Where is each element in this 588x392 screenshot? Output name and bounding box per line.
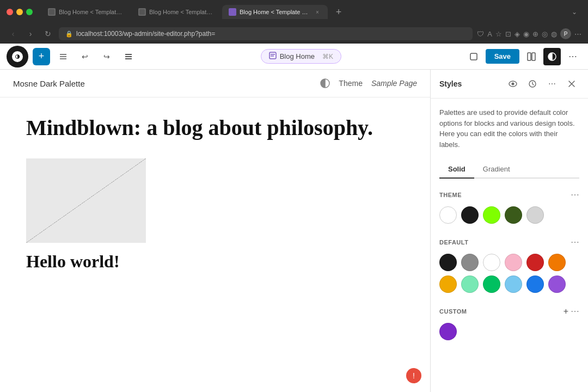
tools-button[interactable] bbox=[54, 48, 72, 65]
extension-icon-1: ⊡ bbox=[505, 30, 511, 38]
svg-rect-7 bbox=[271, 54, 275, 55]
address-input-field[interactable]: 🔒 localhost:10003/wp-admin/site-editor.p… bbox=[59, 27, 473, 40]
panel-description: Palettes are used to provide default col… bbox=[439, 107, 579, 150]
styles-panel: Styles ⋯ Palettes are used to provide de… bbox=[430, 70, 588, 392]
browser-tab-3[interactable]: Blog Home < Template < M × bbox=[222, 5, 328, 19]
styles-history-button[interactable] bbox=[525, 76, 540, 91]
canvas-area: Mosne Dark Palette Theme Sample Page Min… bbox=[0, 70, 430, 392]
main-layout: Mosne Dark Palette Theme Sample Page Min… bbox=[0, 70, 588, 392]
color-swatch-mint[interactable] bbox=[461, 275, 479, 293]
color-swatch-white[interactable] bbox=[439, 206, 457, 224]
tab-solid[interactable]: Solid bbox=[439, 161, 474, 179]
theme-section-menu[interactable]: ⋯ bbox=[571, 189, 579, 200]
color-swatch-gray[interactable] bbox=[461, 254, 479, 271]
svg-rect-10 bbox=[528, 53, 531, 60]
view-button[interactable] bbox=[465, 48, 482, 65]
custom-colors-grid bbox=[439, 323, 579, 340]
reload-button[interactable]: ↻ bbox=[41, 27, 54, 40]
color-swatch-def-black[interactable] bbox=[439, 254, 457, 271]
browser-tab-2[interactable]: Blog Home < Template < M bbox=[132, 5, 221, 19]
wp-logo[interactable]: ◑ bbox=[7, 46, 28, 68]
add-block-button[interactable]: + bbox=[33, 48, 50, 65]
breadcrumb-pill[interactable]: Blog Home ⌘K bbox=[261, 49, 341, 64]
tab-close-3[interactable]: × bbox=[314, 8, 321, 16]
default-section-title: DEFAULT bbox=[439, 239, 571, 246]
panel-body: Palettes are used to provide default col… bbox=[431, 99, 588, 392]
color-swatch-red[interactable] bbox=[526, 254, 544, 271]
menu-dots-icon[interactable]: ⋯ bbox=[574, 30, 581, 38]
color-swatch-custom-purple[interactable] bbox=[439, 323, 457, 340]
svg-rect-8 bbox=[271, 56, 274, 57]
address-icons: 🛡 A ☆ ⊡ ◈ ◉ ⊕ ◎ ◍ P ⋯ bbox=[477, 28, 581, 39]
wp-admin-bar: ◑ + ↩ ↪ Blog Home ⌘K Save ⋯ bbox=[0, 44, 588, 70]
traffic-light-red[interactable] bbox=[7, 9, 13, 15]
theme-icon bbox=[320, 78, 330, 88]
styles-close-button[interactable] bbox=[564, 76, 579, 91]
browser-titlebar: Blog Home < Template < M Blog Home < Tem… bbox=[0, 0, 588, 24]
color-swatch-lime[interactable] bbox=[483, 206, 500, 224]
undo-button[interactable]: ↩ bbox=[76, 48, 94, 65]
redo-button[interactable]: ↪ bbox=[98, 48, 115, 65]
styles-eye-button[interactable] bbox=[505, 76, 520, 91]
color-swatch-blue[interactable] bbox=[526, 275, 544, 293]
tab-favicon-3 bbox=[229, 8, 236, 16]
address-text: localhost:10003/wp-admin/site-editor.php… bbox=[76, 30, 215, 38]
back-button[interactable]: ‹ bbox=[7, 27, 20, 40]
layout-button[interactable] bbox=[523, 48, 540, 65]
theme-color-section: THEME ⋯ bbox=[439, 189, 579, 224]
error-badge[interactable]: ! bbox=[406, 368, 421, 383]
profile-icon[interactable]: P bbox=[560, 28, 571, 39]
panel-title: Styles bbox=[439, 79, 501, 88]
color-swatch-def-white[interactable] bbox=[483, 254, 500, 271]
tab-label-1: Blog Home < Template < M bbox=[59, 9, 124, 15]
svg-point-15 bbox=[512, 83, 514, 85]
more-options-button[interactable]: ⋯ bbox=[564, 48, 581, 65]
traffic-light-yellow[interactable] bbox=[16, 9, 23, 15]
svg-rect-5 bbox=[125, 58, 132, 59]
custom-section-title: CUSTOM bbox=[439, 308, 564, 315]
extension-icon-6: ◍ bbox=[551, 30, 557, 38]
svg-rect-3 bbox=[125, 54, 132, 55]
color-swatch-black[interactable] bbox=[461, 206, 479, 224]
save-button[interactable]: Save bbox=[486, 49, 519, 64]
tab-gradient[interactable]: Gradient bbox=[474, 161, 519, 179]
default-section-menu[interactable]: ⋯ bbox=[571, 237, 579, 247]
svg-rect-11 bbox=[532, 53, 535, 60]
extension-icon-3: ◉ bbox=[523, 30, 529, 38]
tab-favicon-1 bbox=[48, 8, 56, 16]
styles-more-button[interactable]: ⋯ bbox=[544, 76, 560, 91]
color-swatch-orange[interactable] bbox=[548, 254, 566, 271]
color-swatch-light-gray[interactable] bbox=[526, 206, 544, 224]
custom-section-add[interactable]: + bbox=[564, 307, 568, 316]
svg-rect-1 bbox=[139, 9, 145, 15]
color-swatch-pink[interactable] bbox=[505, 254, 522, 271]
post-title: Hello world! bbox=[26, 252, 404, 272]
color-swatch-dark-green[interactable] bbox=[505, 206, 522, 224]
tab-add-button[interactable]: + bbox=[331, 4, 346, 20]
sample-page-link[interactable]: Sample Page bbox=[371, 79, 417, 88]
browser-tab-1[interactable]: Blog Home < Template < M bbox=[41, 5, 131, 19]
color-swatch-sky[interactable] bbox=[505, 275, 522, 293]
site-nav-links: Theme Sample Page bbox=[320, 78, 417, 88]
theme-link[interactable]: Theme bbox=[339, 79, 363, 88]
forward-button[interactable]: › bbox=[24, 27, 37, 40]
color-swatch-green[interactable] bbox=[483, 275, 500, 293]
tabs-bar: Blog Home < Template < M Blog Home < Tem… bbox=[37, 4, 581, 20]
list-view-button[interactable] bbox=[120, 48, 137, 65]
browser-chrome: Blog Home < Template < M Blog Home < Tem… bbox=[0, 0, 588, 44]
lock-icon: 🔒 bbox=[65, 30, 73, 38]
breadcrumb-center: Blog Home ⌘K bbox=[142, 49, 461, 64]
color-swatch-purple[interactable] bbox=[548, 275, 566, 293]
site-title: Mosne Dark Palette bbox=[13, 79, 85, 88]
svg-rect-9 bbox=[470, 53, 477, 60]
toolbar-right: Save ⋯ bbox=[465, 48, 581, 65]
breadcrumb-shortcut: ⌘K bbox=[322, 53, 333, 60]
svg-rect-2 bbox=[230, 9, 235, 15]
traffic-light-green[interactable] bbox=[26, 9, 33, 15]
tab-overflow-chevron[interactable]: ⌄ bbox=[572, 8, 577, 16]
breadcrumb-label: Blog Home bbox=[280, 52, 315, 60]
custom-section-menu[interactable]: ⋯ bbox=[571, 306, 579, 316]
style-toggle-button[interactable] bbox=[543, 48, 561, 65]
extension-icon-2: ◈ bbox=[514, 30, 520, 38]
color-swatch-yellow[interactable] bbox=[439, 275, 457, 293]
